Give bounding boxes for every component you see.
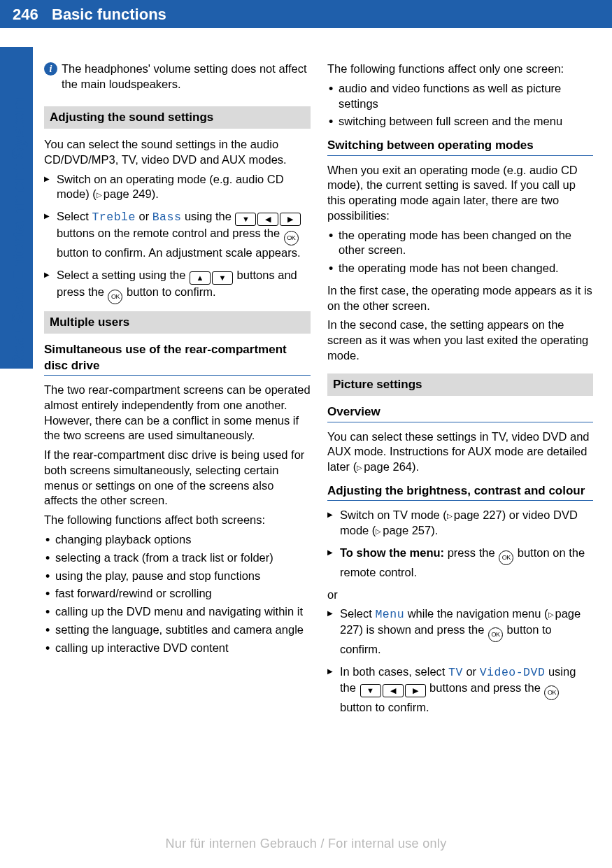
paragraph: The two rear-compartment screens can be …	[44, 383, 311, 443]
step-item: Select Treble or Bass using the ▼◀▶ butt…	[44, 209, 311, 261]
step-text: buttons on the remote control and press …	[57, 227, 283, 239]
list-item: changing playback options	[44, 532, 311, 548]
section-heading-multiple: Multiple users	[44, 311, 311, 334]
list-item: fast forward/rewind or scrolling	[44, 586, 311, 602]
column-left: i The headphones' volume setting does no…	[44, 62, 311, 722]
subheading: Overview	[327, 404, 593, 420]
footer-watermark: Nur für internen Gebrauch / For internal…	[0, 836, 612, 853]
paragraph: When you exit an operating mode (e.g. au…	[327, 163, 593, 224]
list-item: setting the language, subtitles and came…	[44, 622, 311, 638]
subheading-rule	[44, 375, 311, 376]
subheading: Adjusting the brightness, contrast and c…	[327, 483, 593, 499]
step-text: using the	[181, 210, 234, 222]
paragraph: You can select these settings in TV, vid…	[327, 429, 593, 475]
section-heading-sound: Adjusting the sound settings	[44, 106, 311, 129]
list-item: selecting a track (from a track list or …	[44, 550, 311, 566]
step-text: buttons and press the	[427, 681, 544, 694]
bullet-list: the operating mode has been changed on t…	[327, 228, 593, 276]
bullet-list: changing playback options selecting a tr…	[44, 532, 311, 655]
list-item: the operating mode has been changed on t…	[327, 228, 593, 259]
page-ref: page 257	[376, 524, 431, 536]
page-ref: page 227	[447, 508, 502, 521]
subheading: Simultaneous use of the rear-compartment…	[44, 342, 311, 373]
menu-term: Menu	[375, 608, 404, 621]
left-button-icon: ◀	[383, 684, 404, 697]
page-ref: page 264	[357, 460, 412, 473]
step-item: Select a setting using the ▲▼ buttons an…	[44, 268, 311, 304]
down-button-icon: ▼	[212, 271, 233, 285]
list-item: using the play, pause and stop functions	[44, 569, 311, 584]
paragraph: The following functions affect only one …	[327, 62, 593, 77]
step-bold: To show the menu:	[340, 546, 444, 559]
step-item: Select Menu while the navigation menu (p…	[327, 606, 593, 657]
step-list: Switch on an operating mode (e.g. audio …	[44, 172, 311, 304]
ok-button-icon: OK	[499, 550, 513, 565]
list-item: calling up the DVD menu and navigating w…	[44, 604, 311, 620]
step-text: ).	[431, 524, 438, 536]
subheading-rule	[327, 500, 593, 501]
left-button-icon: ◀	[257, 213, 278, 226]
subheading-rule	[327, 422, 593, 422]
step-item: To show the menu: press the OK button on…	[327, 546, 593, 581]
step-text: Select	[57, 210, 92, 222]
step-text: button to confirm.	[123, 285, 215, 298]
paragraph: In the first case, the operating mode ap…	[327, 283, 593, 314]
step-item: Switch on TV mode (page 227) or video DV…	[327, 508, 593, 539]
content-area: i The headphones' volume setting does no…	[44, 62, 594, 722]
section-heading-picture: Picture settings	[327, 373, 593, 396]
ok-button-icon: OK	[108, 290, 122, 304]
menu-term: Treble	[92, 211, 135, 224]
down-button-icon: ▼	[360, 684, 381, 697]
bullet-list: audio and video functions as well as pic…	[327, 81, 593, 129]
paragraph: If the rear-compartment disc drive is be…	[44, 448, 311, 508]
step-text: ).	[152, 187, 159, 200]
up-button-icon: ▲	[190, 271, 211, 285]
step-text: ) is shown and press the	[360, 623, 488, 636]
list-item: audio and video functions as well as pic…	[327, 81, 593, 112]
down-button-icon: ▼	[235, 213, 256, 226]
right-button-icon: ▶	[280, 213, 301, 226]
step-text: In both cases, select	[340, 665, 448, 678]
menu-term: TV	[448, 666, 463, 679]
step-item: Switch on an operating mode (e.g. audio …	[44, 172, 311, 203]
step-text: button to confirm. An adjustment scale a…	[57, 246, 301, 259]
info-note-text: The headphones' volume setting does not …	[57, 62, 311, 92]
page-title: Basic functions	[52, 4, 166, 24]
right-button-icon: ▶	[405, 684, 426, 697]
column-right: The following functions affect only one …	[327, 62, 593, 722]
paragraph: The following functions affect both scre…	[44, 513, 311, 528]
step-item: In both cases, select TV or Video-DVD us…	[327, 664, 593, 716]
list-item: calling up interactive DVD content	[44, 641, 311, 656]
ok-button-icon: OK	[544, 685, 559, 700]
side-tab-label: Rear Seat Entertainment System	[7, 97, 30, 367]
step-list: Select Menu while the navigation menu (p…	[327, 606, 593, 715]
paragraph: You can select the sound settings in the…	[44, 137, 311, 168]
page-ref: page 249	[97, 187, 152, 200]
step-text: Select	[340, 607, 375, 620]
info-icon: i	[44, 62, 57, 76]
paragraph: In the second case, the setting appears …	[327, 318, 593, 363]
step-text: Select a setting using the	[57, 269, 189, 281]
ok-button-icon: OK	[488, 627, 503, 642]
list-item: the operating mode has not been changed.	[327, 261, 593, 276]
step-text: or	[136, 210, 152, 222]
step-list: Switch on TV mode (page 227) or video DV…	[327, 508, 593, 580]
menu-term: Video-DVD	[480, 666, 546, 679]
page-number: 246	[13, 4, 38, 24]
step-text: press the	[444, 546, 498, 559]
list-item: switching between full screen and the me…	[327, 114, 593, 129]
step-text: button to confirm.	[340, 701, 429, 713]
step-text: Switch on an operating mode (e.g. audio …	[57, 173, 284, 201]
subheading-rule	[327, 155, 593, 156]
step-text: or	[463, 665, 480, 678]
menu-term: Bass	[152, 211, 182, 224]
ok-button-icon: OK	[284, 231, 299, 246]
paragraph-text: ).	[412, 460, 419, 473]
page-header: 246 Basic functions	[0, 0, 612, 28]
step-text: while the navigation menu (	[404, 607, 548, 620]
subheading: Switching between operating modes	[327, 138, 593, 153]
info-note: i The headphones' volume setting does no…	[44, 62, 311, 92]
step-text: Switch on TV mode (	[340, 508, 447, 521]
or-separator: or	[327, 588, 593, 603]
